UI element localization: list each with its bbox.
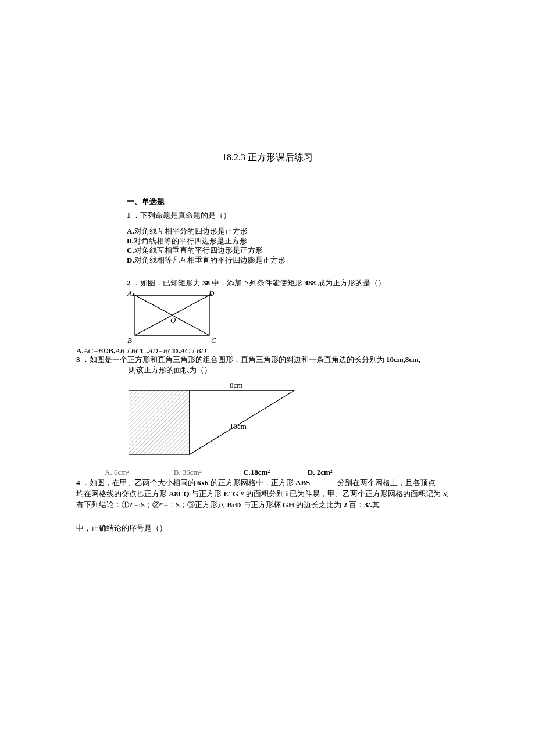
page-title: 18.2.3 正方形课后练习 [0, 152, 535, 164]
fig1-label-c: C [211, 336, 216, 345]
q4-number: 4 [76, 478, 80, 487]
q2-a-lead: A. [76, 346, 84, 355]
q2-number: 2 [127, 278, 131, 287]
q1-a-lead: A. [127, 227, 134, 235]
q3-number: 3 [76, 355, 80, 364]
q1-c-lead: C. [127, 246, 134, 255]
svg-marker-3 [132, 293, 135, 296]
q1-stem: 1 ．下列命题是真命题的是（） [127, 210, 231, 221]
q1-d-text: 对角线相等凡互相垂直的平行四边膨是正方形 [134, 256, 286, 264]
fig1-label-o: O [170, 316, 176, 325]
fig2-label-8cm: 8cm [230, 381, 242, 390]
q1-text: ．下列命题是真命题的是（） [133, 211, 231, 220]
q2-a-text: AC=BD [84, 346, 109, 355]
section-heading: 一、单选题 [127, 196, 165, 207]
q4-tail: 中，正确结论的序号是（） [76, 523, 167, 533]
q3-text1: ．如图是一个正方形和直角三角形的组合图形，直角三角形的斜边和一条直角边的长分别为… [82, 355, 420, 364]
q2-c-text: AD=BC [148, 346, 173, 355]
q1-c-text: 对角线互相垂直的平行四边形是正方形 [134, 246, 263, 255]
q1-option-a: A.对角线互相平分的四边形是正方形 [127, 227, 286, 237]
q3-option-d: D. 2cm² [308, 468, 333, 476]
q1-options: A.对角线互相平分的四边形是正方形 B.对角线相等的平行四边形是正方形 C.对角… [127, 227, 286, 266]
q1-option-c: C.对角线互相垂直的平行四边形是正方形 [127, 246, 286, 256]
q4-stem: 4 ．如图，在甲、乙两个大小相同的 6x6 的正方形网格中，正方形 ABS 分别… [76, 478, 460, 511]
q2-stem: 2 ．如图，已知矩形力 38 中，添加卜列条件能使矩形 488 成为正方形的是（… [127, 278, 386, 288]
q3-option-b: B. 36cm² [174, 468, 202, 476]
fig1-label-d: D [209, 289, 214, 298]
q1-option-b: B.对角线相等的平行四边形是正方形 [127, 237, 286, 246]
fig1-label-a: A [127, 289, 132, 298]
q2-c-lead: C. [141, 346, 148, 355]
square-triangle-figure [129, 383, 309, 458]
q4-text3: 均在网格线的交点匕正方形 A8CQ 与正方形 E"G〃的面积分别 i 已为斗易，… [76, 489, 448, 498]
q3-options: A. 6cm² B. 36cm² C.18cm² D. 2cm² [105, 468, 465, 477]
fig2-label-10cm: 10cm [230, 422, 247, 431]
q4-text4: 有下列结论：①? =:S；②*=；S；③正方形八 BcD 与正方形杯 GH 的边… [76, 500, 380, 509]
q1-a-text: 对角线互相平分的四边形是正方形 [134, 227, 248, 235]
fig1-label-b: B [127, 336, 132, 345]
q2-text: ．如图，已知矩形力 38 中，添加卜列条件能使矩形 488 成为正方形的是（） [133, 278, 386, 287]
q1-b-text: 对角线相等的平行四边形是正方形 [134, 237, 247, 245]
q2-b-text: AB⊥BC [115, 346, 141, 355]
q1-d-lead: D. [127, 256, 134, 264]
q2-b-lead: B. [108, 346, 115, 355]
q3-option-a: A. 6cm² [105, 468, 129, 476]
q3-stem: 3 ．如图是一个正方形和直角三角形的组合图形，直角三角形的斜边和一条直角边的长分… [76, 354, 460, 375]
svg-rect-6 [129, 390, 190, 454]
q2-d-text: AC⊥BD [180, 346, 206, 355]
q4-text2: 分别在两个网格上，且各顶点 [337, 478, 436, 487]
q1-option-d: D.对角线相等凡互相垂直的平行四边膨是正方形 [127, 256, 286, 266]
q3-text2: 则该正方形的面积为（） [76, 366, 212, 374]
q4-text1: ．如图，在甲、乙两个大小相同的 6x6 的正方形网格中，正方形 ABS [82, 478, 311, 487]
q1-b-lead: B. [127, 237, 134, 245]
q2-d-lead: D. [173, 346, 180, 355]
q1-number: 1 [127, 211, 131, 220]
q3-option-c: C.18cm² [243, 468, 270, 476]
